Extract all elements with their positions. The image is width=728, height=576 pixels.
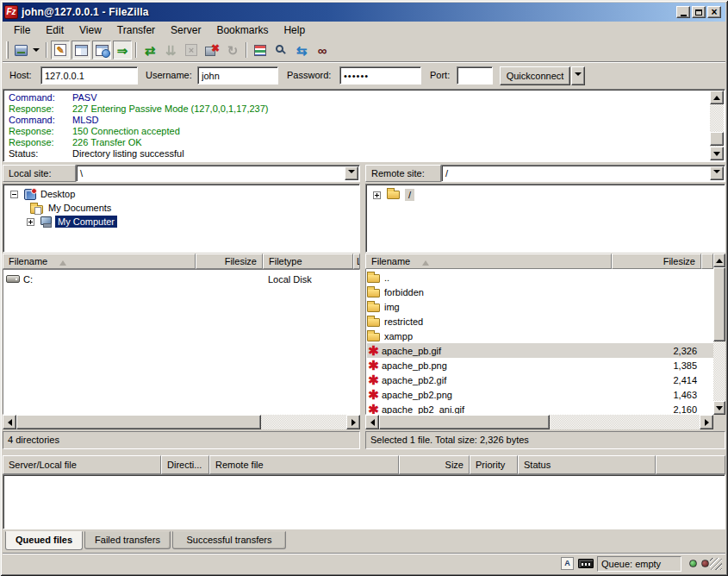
expand-icon[interactable] [27, 218, 34, 226]
disconnect-button[interactable] [202, 41, 221, 59]
password-input[interactable] [339, 66, 421, 85]
column-header-status[interactable]: Status [518, 455, 656, 474]
column-header-size[interactable]: Size [399, 455, 470, 474]
file-name: apache_pb2.png [382, 390, 452, 400]
tree-item-desktop[interactable]: Desktop [10, 187, 75, 201]
scroll-down-button[interactable] [713, 401, 725, 415]
file-row-selected[interactable]: ✱apache_pb.gif2,326 [367, 343, 713, 358]
username-input[interactable] [197, 66, 278, 85]
cancel-operation-button[interactable]: × [182, 41, 201, 59]
menu-bookmarks[interactable]: Bookmarks [208, 22, 276, 38]
file-row[interactable]: ✱apache_pb2.gif2,414 [367, 373, 713, 387]
file-row[interactable]: forbidden [367, 285, 713, 299]
chevron-down-icon [575, 72, 582, 79]
tab-failed-transfers[interactable]: Failed transfers [84, 531, 171, 549]
expand-icon[interactable] [373, 191, 381, 199]
scrollbar-thumb[interactable] [16, 415, 261, 429]
filter-button[interactable] [251, 41, 270, 59]
directory-comparison-button[interactable] [271, 41, 290, 59]
find-files-button[interactable]: ∞ [313, 41, 332, 59]
column-header-priority[interactable]: Priority [470, 455, 518, 474]
file-size: 2,414 [613, 375, 697, 385]
scrollbar-thumb[interactable] [379, 415, 550, 429]
scroll-up-button[interactable] [713, 254, 725, 267]
site-manager-dropdown[interactable] [30, 41, 42, 59]
synchronized-browsing-button[interactable]: ⇆ [292, 41, 311, 59]
tree-item-label: My Computer [55, 216, 117, 228]
toggle-remote-tree-icon [96, 45, 109, 56]
speed-limit-icon[interactable] [578, 559, 594, 568]
tree-item-my-documents[interactable]: My Documents [30, 201, 111, 215]
local-site-combo[interactable]: \ [76, 165, 360, 182]
column-header-lastmodified[interactable]: L [353, 254, 360, 269]
column-header-filename[interactable]: Filename [365, 254, 612, 269]
file-row[interactable]: ✱apache_pb2_ani.gif2,160 [367, 402, 713, 415]
scroll-right-button[interactable] [346, 415, 360, 429]
scroll-right-button[interactable] [700, 415, 713, 429]
quickconnect-button[interactable]: Quickconnect [500, 66, 570, 85]
reconnect-button[interactable]: ↻ [223, 41, 242, 59]
process-queue-button[interactable]: ⇊ [161, 41, 180, 59]
log-line: Command:PASV [3, 92, 684, 103]
log-scrollbar[interactable] [710, 91, 724, 160]
scrollbar-thumb[interactable] [710, 132, 724, 146]
transfer-type-icon[interactable]: A [561, 557, 574, 570]
file-row[interactable]: xampp [367, 329, 713, 343]
minimize-button[interactable] [676, 6, 690, 18]
remote-hscrollbar[interactable] [365, 415, 713, 429]
menu-edit[interactable]: Edit [38, 22, 72, 38]
tab-queued-files[interactable]: Queued files [5, 531, 83, 550]
column-header-filetype[interactable]: Filetype [263, 254, 353, 269]
column-header-filename[interactable]: Filename [3, 254, 196, 269]
column-header-direction[interactable]: Directi... [161, 455, 209, 474]
file-row[interactable]: ✱apache_pb.png1,385 [367, 358, 713, 373]
refresh-button[interactable]: ⇄ [140, 41, 159, 59]
close-button[interactable]: × [707, 6, 721, 18]
column-header-remote-file[interactable]: Remote file [209, 455, 399, 474]
resize-grip[interactable] [710, 558, 722, 570]
menu-transfer[interactable]: Transfer [109, 22, 163, 38]
host-input[interactable] [40, 66, 138, 85]
scrollbar-thumb[interactable] [713, 267, 725, 341]
file-row[interactable]: restricted [367, 314, 713, 329]
scroll-left-button[interactable] [365, 415, 379, 429]
file-row-c-drive[interactable]: C: Local Disk [6, 272, 358, 286]
site-manager-button[interactable] [11, 41, 30, 59]
remote-site-combo[interactable]: / [441, 165, 725, 182]
column-header-filesize[interactable]: Filesize [196, 254, 263, 269]
toggle-remote-tree-button[interactable] [92, 41, 111, 59]
collapse-icon[interactable] [10, 191, 18, 198]
menubar: File Edit View Transfer Server Bookmarks… [3, 22, 725, 38]
file-row[interactable]: ✱apache_pb2.png1,463 [367, 387, 713, 402]
local-hscrollbar[interactable] [3, 415, 360, 429]
tree-item-root[interactable]: / [373, 188, 414, 202]
toggle-message-log-button[interactable]: ✎ [51, 41, 70, 59]
toggle-queue-button[interactable]: ⇒ [113, 41, 132, 59]
scroll-down-button[interactable] [710, 147, 724, 160]
scroll-left-button[interactable] [3, 415, 16, 429]
quickconnect-dropdown[interactable] [571, 66, 585, 85]
remote-site-dropdown[interactable] [710, 166, 724, 180]
filezilla-logo-icon[interactable]: Fz [4, 5, 18, 19]
activity-led-green [689, 560, 697, 567]
site-manager-icon [15, 45, 28, 56]
maximize-button[interactable] [692, 6, 706, 18]
file-name: C: [23, 274, 33, 285]
file-row[interactable]: .. [367, 270, 713, 285]
local-site-dropdown[interactable] [345, 166, 358, 180]
remote-vscrollbar[interactable] [713, 254, 725, 415]
tree-item-my-computer[interactable]: My Computer [27, 215, 117, 229]
menu-view[interactable]: View [72, 22, 109, 38]
file-name: apache_pb2.gif [382, 375, 446, 385]
scroll-up-button[interactable] [710, 91, 724, 104]
menu-file[interactable]: File [6, 22, 38, 38]
tab-successful-transfers[interactable]: Successful transfers [172, 531, 286, 549]
port-input[interactable] [457, 66, 493, 85]
toggle-local-tree-button[interactable] [72, 41, 90, 59]
column-header-filesize[interactable]: Filesize [612, 254, 701, 269]
menu-help[interactable]: Help [276, 22, 313, 38]
column-header-server-local-file[interactable]: Server/Local file [3, 455, 161, 474]
file-row[interactable]: img [367, 299, 713, 314]
menu-server[interactable]: Server [163, 22, 208, 38]
drive-icon [6, 275, 20, 283]
